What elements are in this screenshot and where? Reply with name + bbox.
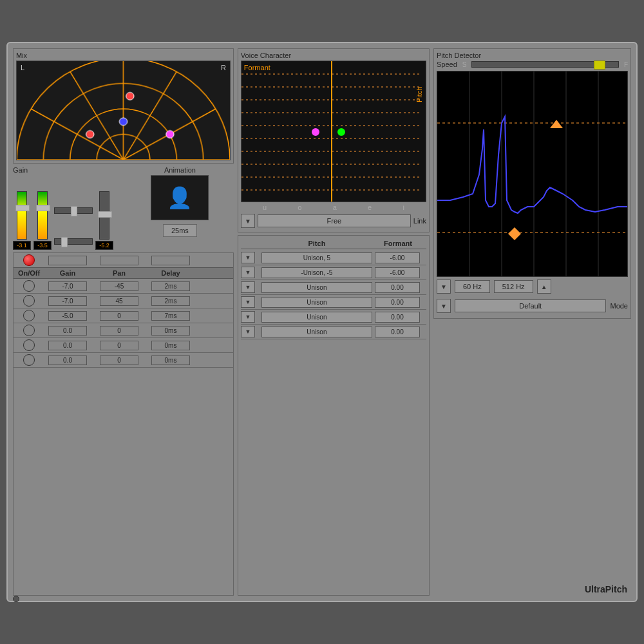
channel-pan-input[interactable]	[100, 311, 138, 321]
channel-pan-cell	[93, 341, 145, 350]
pf-pitch-input[interactable]	[261, 327, 372, 337]
speed-thumb[interactable]	[594, 61, 605, 70]
pf-table: Pitch Formant ▼ ▼ ▼ ▼ ▼ ▼	[238, 235, 430, 596]
h-fader-track-2[interactable]	[54, 238, 93, 245]
channel-indicator[interactable]	[23, 310, 35, 321]
channel-pan-input[interactable]	[100, 341, 138, 350]
pitch-up-button[interactable]: ▲	[537, 279, 551, 294]
pf-dropdown-btn[interactable]: ▼	[241, 281, 255, 293]
channel-delay-input[interactable]	[151, 281, 190, 291]
pf-formant-input[interactable]	[375, 327, 420, 337]
channel-rows-container	[14, 279, 233, 368]
channel-pan-cell	[93, 296, 145, 306]
animation-section: Animation 👤 25ms	[126, 166, 234, 250]
vc-canvas[interactable]	[242, 61, 422, 202]
master-delay-input[interactable]: 0ms	[151, 256, 190, 265]
pf-dropdown-btn[interactable]: ▼	[241, 311, 255, 323]
fader-track-2[interactable]	[37, 191, 48, 240]
vc-link-label: Link	[413, 217, 426, 225]
pf-pitch-input[interactable]	[261, 267, 372, 278]
channel-delay-input[interactable]	[151, 296, 190, 306]
pf-pitch-input[interactable]	[261, 312, 372, 323]
channel-indicator[interactable]	[23, 354, 35, 366]
pf-formant-input[interactable]	[375, 252, 420, 263]
mix-canvas[interactable]	[17, 61, 230, 160]
vc-dropdown-button[interactable]: ▼	[241, 214, 255, 228]
pf-pitch-input[interactable]	[261, 252, 372, 263]
fader-handle-gray[interactable]	[98, 211, 112, 218]
plugin-title: UltraPitch	[585, 584, 627, 594]
channel-gain-input[interactable]	[48, 341, 87, 350]
channel-pan-input[interactable]	[100, 296, 138, 306]
h-fader-handle-2[interactable]	[61, 237, 68, 247]
pf-dropdown-btn[interactable]: ▼	[241, 296, 255, 308]
pf-formant-input[interactable]	[375, 282, 420, 293]
fader-track-1[interactable]	[17, 191, 27, 240]
channel-gain-input[interactable]	[48, 281, 87, 291]
freq1-button[interactable]: 60 Hz	[455, 280, 490, 293]
master-gain-input[interactable]: 0.0	[48, 256, 87, 265]
channel-pan-cell	[93, 281, 145, 291]
pitch-down-button[interactable]: ▼	[437, 279, 451, 294]
vowel-o: o	[298, 204, 301, 211]
channel-gain-cell	[42, 296, 93, 306]
channel-pan-input[interactable]	[100, 281, 138, 291]
vc-display: Formant Pitch	[241, 61, 426, 202]
channel-delay-input[interactable]	[151, 355, 190, 365]
channel-pan-input[interactable]	[100, 355, 138, 365]
h-fader-track[interactable]	[54, 207, 93, 214]
fader-handle-2[interactable]	[36, 205, 50, 211]
pf-row: ▼	[241, 325, 426, 339]
animation-label: Animation	[164, 166, 196, 174]
channel-pan-input[interactable]	[100, 326, 138, 336]
channel-pan-cell	[93, 311, 145, 321]
channel-gain-input[interactable]	[48, 311, 87, 321]
channel-row	[14, 338, 233, 353]
voice-char-section: Voice Character Formant Pitch u o a e i …	[238, 48, 430, 232]
h-fader-handle[interactable]	[71, 206, 77, 216]
pf-formant-input[interactable]	[375, 267, 420, 278]
pf-dropdown-btn[interactable]: ▼	[241, 252, 255, 263]
header-onoff: On/Off	[16, 269, 42, 277]
channel-gain-input[interactable]	[48, 296, 87, 306]
table-header: On/Off Gain Pan Delay	[14, 268, 233, 279]
vc-vowels: u o a e i	[241, 202, 426, 213]
channel-gain-cell	[42, 281, 93, 291]
fader-track-gray[interactable]	[99, 191, 109, 240]
channel-indicator[interactable]	[23, 280, 35, 292]
master-gain-cell: 0.0	[42, 256, 93, 265]
default-button[interactable]: Default	[455, 299, 606, 312]
delay-button[interactable]: 25ms	[163, 224, 197, 237]
pf-dropdown-btn[interactable]: ▼	[241, 326, 255, 337]
fader-handle-1[interactable]	[15, 205, 30, 211]
channel-indicator[interactable]	[23, 295, 35, 307]
freq2-button[interactable]: 512 Hz	[494, 280, 533, 293]
channel-delay-input[interactable]	[151, 311, 190, 321]
channel-indicator[interactable]	[23, 325, 35, 336]
channel-gain-input[interactable]	[48, 355, 87, 365]
fader-col-2: -3.5	[33, 191, 52, 250]
pf-pitch-input[interactable]	[261, 297, 372, 308]
pf-formant-input[interactable]	[375, 312, 420, 323]
channel-indicator[interactable]	[23, 339, 35, 351]
record-button[interactable]	[23, 254, 35, 266]
pitch-det-header: Speed S F	[437, 61, 628, 68]
bottom-dot-left	[13, 596, 19, 602]
pf-pitch-input[interactable]	[261, 282, 372, 293]
pitch-canvas[interactable]	[437, 71, 627, 277]
channel-gain-input[interactable]	[48, 326, 87, 336]
voice-char-label: Voice Character	[241, 52, 426, 59]
pf-formant-input[interactable]	[375, 297, 420, 308]
pf-row: ▼	[241, 265, 426, 280]
channel-row	[14, 308, 233, 323]
channel-delay-input[interactable]	[151, 341, 190, 350]
master-pan-input[interactable]: 0	[100, 256, 138, 265]
mode-dropdown-button[interactable]: ▼	[437, 299, 451, 313]
mix-display: L R	[16, 61, 231, 160]
pitch-graph[interactable]	[437, 71, 628, 277]
vc-free-button[interactable]: Free	[258, 214, 411, 227]
speed-track[interactable]	[471, 61, 618, 68]
pitch-controls: ▼ 60 Hz 512 Hz ▲	[437, 277, 628, 296]
channel-delay-input[interactable]	[151, 326, 190, 336]
pf-dropdown-btn[interactable]: ▼	[241, 267, 255, 278]
